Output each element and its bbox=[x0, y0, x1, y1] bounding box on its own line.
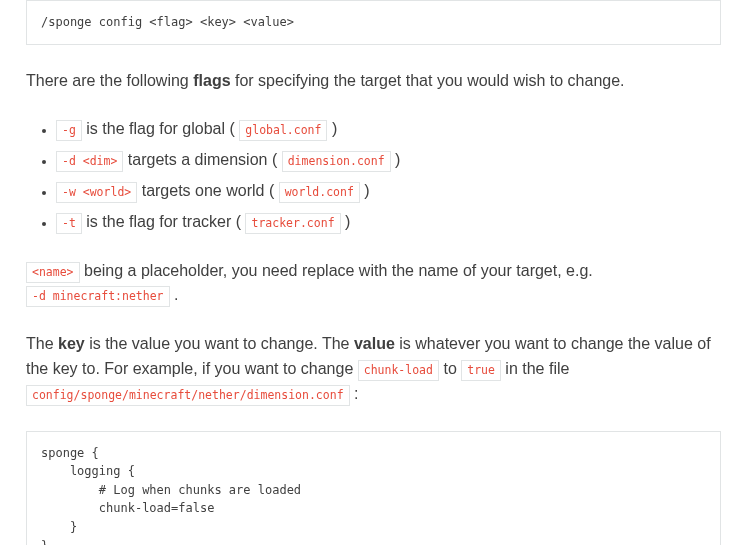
flag-code: -w <world> bbox=[56, 182, 137, 203]
config-path-code: config/sponge/minecraft/nether/dimension… bbox=[26, 385, 350, 406]
placeholder-text: being a placeholder, you need replace wi… bbox=[80, 262, 593, 279]
placeholder-paragraph: <name> being a placeholder, you need rep… bbox=[26, 259, 721, 309]
kv-t2: is the value you want to change. The bbox=[85, 335, 354, 352]
flag-code: -t bbox=[56, 213, 82, 234]
intro-text-before: There are the following bbox=[26, 72, 193, 89]
kv-t5: in the file bbox=[501, 360, 569, 377]
flag-desc: is the flag for global ( bbox=[82, 120, 239, 137]
kv-value-word: value bbox=[354, 335, 395, 352]
intro-paragraph: There are the following flags for specif… bbox=[26, 69, 721, 94]
flag-file: dimension.conf bbox=[282, 151, 391, 172]
true-code: true bbox=[461, 360, 501, 381]
flag-desc: targets a dimension ( bbox=[123, 151, 281, 168]
flag-desc: targets one world ( bbox=[137, 182, 278, 199]
flag-file: global.conf bbox=[239, 120, 327, 141]
flag-file: tracker.conf bbox=[245, 213, 340, 234]
placeholder-text-end: . bbox=[170, 286, 179, 303]
list-item: -t is the flag for tracker ( tracker.con… bbox=[56, 210, 721, 235]
flag-desc-end: ) bbox=[327, 120, 337, 137]
flag-code: -g bbox=[56, 120, 82, 141]
list-item: -w <world> targets one world ( world.con… bbox=[56, 179, 721, 204]
kv-key-word: key bbox=[58, 335, 85, 352]
chunk-load-code: chunk-load bbox=[358, 360, 439, 381]
name-code: <name> bbox=[26, 262, 80, 283]
flag-desc-end: ) bbox=[341, 213, 351, 230]
flag-desc-end: ) bbox=[391, 151, 401, 168]
intro-flags-word: flags bbox=[193, 72, 230, 89]
intro-text-after: for specifying the target that you would… bbox=[231, 72, 625, 89]
list-item: -d <dim> targets a dimension ( dimension… bbox=[56, 148, 721, 173]
key-value-paragraph: The key is the value you want to change.… bbox=[26, 332, 721, 406]
flag-file: world.conf bbox=[279, 182, 360, 203]
config-example-block: sponge { logging { # Log when chunks are… bbox=[26, 431, 721, 545]
command-example-block: /sponge config <flag> <key> <value> bbox=[26, 0, 721, 45]
flag-desc: is the flag for tracker ( bbox=[82, 213, 246, 230]
flags-list: -g is the flag for global ( global.conf … bbox=[26, 117, 721, 234]
example-code: -d minecraft:nether bbox=[26, 286, 170, 307]
kv-t6: : bbox=[350, 385, 359, 402]
list-item: -g is the flag for global ( global.conf … bbox=[56, 117, 721, 142]
flag-desc-end: ) bbox=[360, 182, 370, 199]
kv-t1: The bbox=[26, 335, 58, 352]
flag-code: -d <dim> bbox=[56, 151, 123, 172]
kv-t4: to bbox=[439, 360, 461, 377]
